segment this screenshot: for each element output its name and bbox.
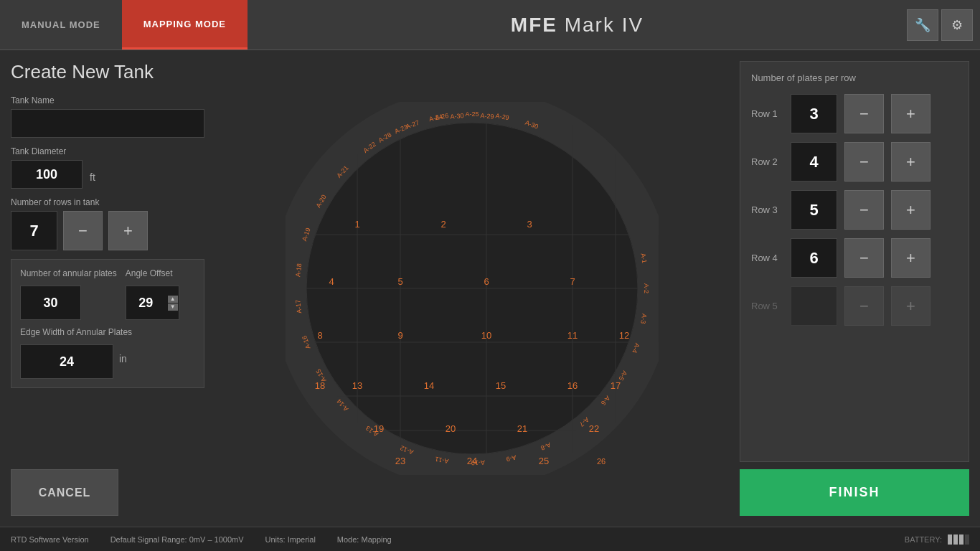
edge-row: in [20, 344, 195, 379]
row-3-value: 5 [791, 190, 837, 230]
annular-row: Number of annular plates Angle Offset ▲ … [20, 268, 195, 320]
plates-per-row-box: Number of plates per row Row 1 3 − + Row… [740, 61, 969, 462]
tank-diameter-input[interactable] [11, 160, 83, 189]
battery-status: BATTERY: [905, 534, 969, 545]
edge-field: Edge Width of Annular Plates in [20, 327, 195, 379]
row-4-item: Row 4 6 − + [751, 238, 958, 278]
tank-name-field: Tank Name [11, 95, 204, 138]
rows-in-tank-field: Number of rows in tank 7 − + [11, 197, 204, 250]
battery-bar-1 [948, 534, 952, 545]
finish-button[interactable]: FINISH [740, 469, 969, 516]
svg-text:10: 10 [481, 330, 491, 341]
app-title: MFE Mark IV [248, 14, 907, 37]
svg-text:26: 26 [597, 457, 606, 466]
rows-increment[interactable]: + [108, 211, 148, 250]
header-icons: 🔧 ⚙ [907, 9, 980, 41]
svg-text:5: 5 [397, 276, 402, 287]
rows-decrement[interactable]: − [63, 211, 103, 250]
signal-range: Default Signal Range: 0mV – 1000mV [110, 535, 244, 544]
svg-text:25: 25 [539, 456, 549, 466]
svg-text:13: 13 [352, 380, 362, 391]
row-1-item: Row 1 3 − + [751, 94, 958, 133]
svg-text:12: 12 [619, 330, 629, 341]
svg-text:7: 7 [570, 276, 575, 287]
battery-icon [948, 534, 969, 545]
edge-unit: in [119, 353, 127, 370]
svg-text:A-18: A-18 [294, 263, 303, 278]
row-3-label: Row 3 [751, 204, 783, 215]
row-5-increment[interactable]: + [891, 286, 930, 326]
tank-name-label: Tank Name [11, 95, 204, 105]
tank-diameter-field: Tank Diameter [11, 146, 83, 189]
wrench-button[interactable]: 🔧 [907, 9, 938, 41]
angle-up[interactable]: ▲ [168, 296, 178, 303]
header: MANUAL MODE MAPPING MODE MFE Mark IV 🔧 ⚙ [0, 0, 980, 50]
row-5-value [791, 286, 837, 326]
row-3-decrement[interactable]: − [844, 190, 884, 230]
annular-plates-field: Number of annular plates [20, 268, 117, 320]
row-1-decrement[interactable]: − [844, 94, 884, 133]
rows-value: 7 [11, 211, 57, 250]
svg-text:20: 20 [446, 423, 456, 434]
tank-diameter-row: Tank Diameter ft [11, 146, 204, 189]
svg-text:A-10: A-10 [471, 459, 485, 467]
tank-diameter-label: Tank Diameter [11, 146, 83, 156]
tab-manual-mode[interactable]: MANUAL MODE [0, 0, 122, 50]
left-panel: Create New Tank Tank Name Tank Diameter … [11, 61, 204, 516]
svg-text:1: 1 [354, 219, 359, 230]
angle-label: Angle Offset [126, 268, 179, 278]
svg-text:23: 23 [395, 456, 405, 466]
svg-text:A-29: A-29 [480, 112, 494, 121]
row-5-item: Row 5 − + [751, 286, 958, 326]
edge-input[interactable] [20, 344, 113, 379]
row-2-label: Row 2 [751, 156, 783, 167]
main-content: Create New Tank Tank Name Tank Diameter … [0, 50, 980, 527]
row-1-increment[interactable]: + [891, 94, 930, 133]
svg-text:21: 21 [517, 423, 527, 434]
tank-name-input[interactable] [11, 109, 204, 138]
row-4-decrement[interactable]: − [844, 238, 884, 278]
right-panel: Number of plates per row Row 1 3 − + Row… [740, 61, 969, 516]
row-1-value: 3 [791, 94, 837, 133]
annular-plates-label: Number of annular plates [20, 268, 117, 278]
angle-down[interactable]: ▼ [168, 303, 178, 311]
row-4-increment[interactable]: + [891, 238, 930, 278]
row-2-item: Row 2 4 − + [751, 142, 958, 182]
spin-arrows: ▲ ▼ [168, 296, 178, 311]
battery-bar-4 [965, 534, 969, 545]
svg-text:8: 8 [317, 330, 322, 341]
row-3-increment[interactable]: + [891, 190, 930, 230]
row-3-item: Row 3 5 − + [751, 190, 958, 230]
annular-plates-input[interactable] [20, 286, 81, 320]
rtd-version: RTD Software Version [11, 535, 89, 544]
svg-text:16: 16 [567, 380, 578, 391]
row-2-value: 4 [791, 142, 837, 182]
tank-visualization: 1 2 3 4 5 6 7 8 9 10 11 12 13 14 15 16 1… [286, 102, 659, 475]
svg-text:A-17: A-17 [294, 299, 303, 314]
svg-text:14: 14 [424, 380, 434, 391]
svg-text:4: 4 [329, 276, 334, 287]
diameter-unit: ft [90, 171, 95, 189]
settings-button[interactable]: ⚙ [941, 9, 973, 41]
svg-text:11: 11 [567, 330, 578, 341]
units-info: Units: Imperial [265, 535, 316, 544]
battery-bar-2 [953, 534, 958, 545]
svg-text:17: 17 [611, 380, 621, 391]
row-1-label: Row 1 [751, 108, 783, 119]
tab-mapping-mode[interactable]: MAPPING MODE [122, 0, 248, 50]
battery-label: BATTERY: [905, 535, 942, 544]
page-title: Create New Tank [11, 61, 204, 83]
svg-text:A-30: A-30 [450, 112, 464, 121]
svg-text:2: 2 [440, 219, 446, 230]
row-5-label: Row 5 [751, 301, 783, 311]
edge-label: Edge Width of Annular Plates [20, 327, 195, 337]
center-panel: 1 2 3 4 5 6 7 8 9 10 11 12 13 14 15 16 1… [215, 61, 729, 516]
row-5-decrement[interactable]: − [844, 286, 884, 326]
row-4-value: 6 [791, 238, 837, 278]
row-2-decrement[interactable]: − [844, 142, 884, 182]
row-2-increment[interactable]: + [891, 142, 930, 182]
svg-text:15: 15 [496, 380, 506, 391]
svg-text:A-25: A-25 [465, 110, 479, 118]
cancel-button[interactable]: CANCEL [11, 469, 118, 516]
svg-text:9: 9 [397, 330, 402, 341]
